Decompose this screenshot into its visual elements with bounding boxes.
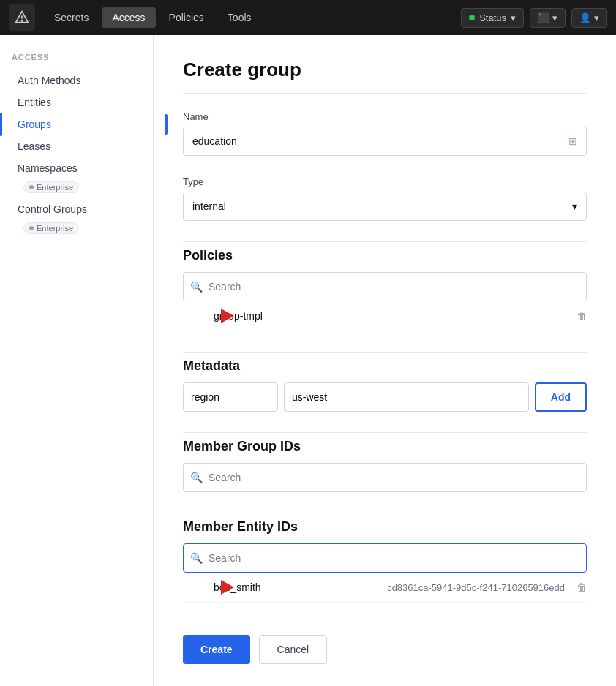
nav-item-policies[interactable]: Policies bbox=[159, 7, 214, 28]
type-section: Type internal ▾ bbox=[183, 176, 587, 221]
add-metadata-button[interactable]: Add bbox=[535, 382, 587, 412]
type-select[interactable]: internal ▾ bbox=[183, 192, 587, 221]
member-group-search-wrap: 🔍 bbox=[183, 463, 587, 492]
meta-value-input[interactable] bbox=[284, 382, 529, 412]
top-nav: Secrets Access Policies Tools Status ▾ ⬛… bbox=[0, 0, 616, 35]
nav-item-access[interactable]: Access bbox=[102, 7, 155, 28]
entity-id: cd8361ca-5941-9d5c-f241-710265916edd bbox=[387, 582, 565, 593]
search-icon: 🔍 bbox=[190, 281, 203, 293]
sidebar-item-label: Auth Methods bbox=[18, 75, 80, 86]
sidebar: ACCESS Auth Methods Entities Groups Leas… bbox=[0, 35, 154, 686]
member-entity-ids-title: Member Entity IDs bbox=[183, 513, 587, 535]
sidebar-item-leases[interactable]: Leases bbox=[12, 136, 141, 157]
status-label: Status bbox=[479, 12, 506, 23]
name-input[interactable] bbox=[192, 135, 568, 147]
form-actions: Create Cancel bbox=[183, 623, 587, 664]
arrow-indicator bbox=[183, 309, 205, 323]
user-menu-button[interactable]: 👤 ▾ bbox=[571, 8, 607, 28]
app-logo[interactable] bbox=[9, 4, 35, 31]
entity-item-left: bob_smith bbox=[183, 580, 261, 595]
member-entity-search-wrap: 🔍 bbox=[183, 543, 587, 573]
page-title: Create group bbox=[183, 59, 587, 94]
metadata-title: Metadata bbox=[183, 352, 587, 374]
type-value: internal bbox=[192, 200, 226, 212]
member-group-search-input[interactable] bbox=[183, 463, 587, 492]
meta-key-input[interactable] bbox=[183, 382, 278, 412]
metadata-section: Metadata Add bbox=[183, 352, 587, 412]
sidebar-item-groups[interactable]: Groups bbox=[12, 114, 141, 135]
sidebar-item-auth-methods[interactable]: Auth Methods bbox=[12, 70, 141, 91]
policies-section: Policies 🔍 group-tmpl 🗑 bbox=[183, 241, 587, 331]
policies-title: Policies bbox=[183, 241, 587, 263]
policy-list-item: group-tmpl 🗑 bbox=[183, 301, 587, 331]
display-chevron-icon: ▾ bbox=[552, 12, 557, 23]
enterprise-badge-namespaces: Enterprise bbox=[23, 181, 79, 193]
sidebar-item-label: Groups bbox=[18, 118, 51, 130]
display-mode-button[interactable]: ⬛ ▾ bbox=[530, 8, 566, 28]
search-icon: 🔍 bbox=[190, 552, 203, 564]
sidebar-item-label: Control Groups bbox=[18, 203, 87, 215]
status-button[interactable]: Status ▾ bbox=[461, 8, 524, 28]
type-label: Type bbox=[183, 176, 587, 187]
member-group-ids-section: Member Group IDs 🔍 bbox=[183, 432, 587, 492]
sidebar-section-label: ACCESS bbox=[12, 53, 141, 61]
policy-item-left: group-tmpl bbox=[183, 309, 263, 323]
member-entity-search-input[interactable] bbox=[183, 543, 587, 573]
sidebar-item-entities[interactable]: Entities bbox=[12, 92, 141, 113]
sidebar-item-namespaces[interactable]: Namespaces Enterprise bbox=[12, 158, 141, 197]
name-input-wrapper: ⊞ bbox=[183, 127, 587, 156]
sidebar-item-control-groups[interactable]: Control Groups Enterprise bbox=[12, 199, 141, 238]
badge-label: Enterprise bbox=[37, 224, 73, 233]
grid-icon: ⊞ bbox=[568, 135, 577, 147]
name-label: Name bbox=[183, 111, 587, 122]
entity-list-item: bob_smith cd8361ca-5941-9d5c-f241-710265… bbox=[183, 573, 587, 603]
active-indicator bbox=[0, 113, 2, 136]
member-group-ids-title: Member Group IDs bbox=[183, 432, 587, 454]
chevron-down-icon: ▾ bbox=[572, 200, 577, 212]
main-layout: ACCESS Auth Methods Entities Groups Leas… bbox=[0, 35, 616, 686]
nav-item-secrets[interactable]: Secrets bbox=[44, 7, 99, 28]
svg-point-2 bbox=[21, 20, 22, 21]
display-icon: ⬛ bbox=[538, 12, 549, 23]
status-chevron-icon: ▾ bbox=[511, 12, 516, 23]
name-section: Name ⊞ bbox=[183, 111, 587, 156]
user-chevron-icon: ▾ bbox=[594, 12, 599, 23]
nav-item-tools[interactable]: Tools bbox=[217, 7, 262, 28]
sidebar-item-label: Namespaces bbox=[18, 162, 78, 174]
main-content: Create group Name ⊞ Type internal ▾ Poli… bbox=[154, 35, 616, 686]
member-entity-ids-section: Member Entity IDs 🔍 bob_smith cd8361ca-5… bbox=[183, 513, 587, 603]
policies-search-wrap: 🔍 bbox=[183, 272, 587, 301]
enterprise-dot-icon bbox=[29, 226, 34, 230]
arrow-indicator-entity bbox=[183, 580, 205, 595]
sidebar-item-label: Entities bbox=[18, 97, 51, 108]
status-indicator bbox=[469, 15, 475, 20]
policies-search-input[interactable] bbox=[183, 272, 587, 301]
enterprise-badge-control-groups: Enterprise bbox=[23, 222, 79, 234]
user-icon: 👤 bbox=[579, 12, 591, 23]
entity-item-right: cd8361ca-5941-9d5c-f241-710265916edd 🗑 bbox=[387, 581, 587, 593]
metadata-row: Add bbox=[183, 382, 587, 412]
cancel-button[interactable]: Cancel bbox=[259, 635, 328, 664]
delete-policy-button[interactable]: 🗑 bbox=[576, 310, 587, 322]
create-button[interactable]: Create bbox=[183, 635, 250, 664]
badge-label: Enterprise bbox=[37, 183, 73, 192]
sidebar-item-label: Leases bbox=[18, 140, 50, 152]
delete-entity-button[interactable]: 🗑 bbox=[576, 581, 587, 593]
enterprise-dot-icon bbox=[29, 185, 34, 189]
search-icon: 🔍 bbox=[190, 472, 203, 483]
